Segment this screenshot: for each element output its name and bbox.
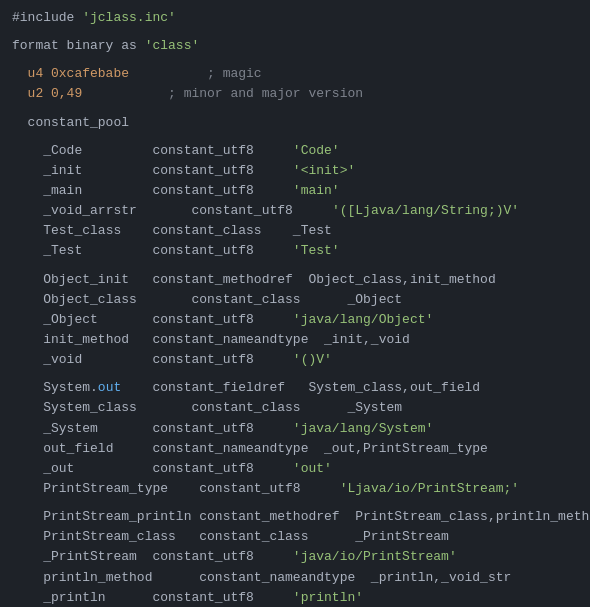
blank-line xyxy=(12,133,578,141)
code-token: 'out' xyxy=(293,459,332,479)
blank-line xyxy=(12,370,578,378)
code-token: _Object constant_utf8 xyxy=(43,310,293,330)
code-line: _Object constant_utf8 'java/lang/Object' xyxy=(12,310,578,330)
code-token: 'Code' xyxy=(293,141,340,161)
code-token: 'main' xyxy=(293,181,340,201)
code-token: constant_pool xyxy=(28,113,129,133)
code-token: 'class' xyxy=(145,36,200,56)
code-line: PrintStream_type constant_utf8 'Ljava/io… xyxy=(12,479,578,499)
code-token: System_class constant_class _System xyxy=(43,398,402,418)
blank-line xyxy=(12,105,578,113)
code-line: Test_class constant_class _Test xyxy=(12,221,578,241)
code-token: println_method constant_nameandtype _pri… xyxy=(43,568,511,588)
code-line: PrintStream_println constant_methodref P… xyxy=(12,507,578,527)
code-line: _Test constant_utf8 'Test' xyxy=(12,241,578,261)
code-line: println_method constant_nameandtype _pri… xyxy=(12,568,578,588)
code-token: 'println' xyxy=(293,588,363,607)
code-token: 'java/lang/Object' xyxy=(293,310,433,330)
code-line: _Code constant_utf8 'Code' xyxy=(12,141,578,161)
code-token: #include xyxy=(12,8,82,28)
code-token: _out constant_utf8 xyxy=(43,459,293,479)
code-line: u2 0,49 ; minor and major version xyxy=(12,84,578,104)
blank-line xyxy=(12,56,578,64)
blank-line xyxy=(12,28,578,36)
code-token: ; magic xyxy=(129,64,262,84)
code-editor: #include 'jclass.inc'format binary as 'c… xyxy=(0,0,590,607)
code-line: Object_init constant_methodref Object_cl… xyxy=(12,270,578,290)
code-line: _init constant_utf8 '<init>' xyxy=(12,161,578,181)
code-token: '()V' xyxy=(293,350,332,370)
code-line: _main constant_utf8 'main' xyxy=(12,181,578,201)
code-token: System. xyxy=(43,378,98,398)
code-line: #include 'jclass.inc' xyxy=(12,8,578,28)
code-line: format binary as 'class' xyxy=(12,36,578,56)
code-line: _System constant_utf8 'java/lang/System' xyxy=(12,419,578,439)
code-line: _out constant_utf8 'out' xyxy=(12,459,578,479)
code-token: _println constant_utf8 xyxy=(43,588,293,607)
code-line: Object_class constant_class _Object xyxy=(12,290,578,310)
code-token: _main constant_utf8 xyxy=(43,181,293,201)
code-token: ; minor and major version xyxy=(82,84,363,104)
code-line: _void_arrstr constant_utf8 '([Ljava/lang… xyxy=(12,201,578,221)
code-token: PrintStream_class constant_class _PrintS… xyxy=(43,527,449,547)
blank-line xyxy=(12,262,578,270)
code-line: out_field constant_nameandtype _out,Prin… xyxy=(12,439,578,459)
code-line: u4 0xcafebabe ; magic xyxy=(12,64,578,84)
code-line: _PrintStream constant_utf8 'java/io/Prin… xyxy=(12,547,578,567)
code-token: PrintStream_println constant_methodref P… xyxy=(43,507,590,527)
code-token: '([Ljava/lang/String;)V' xyxy=(332,201,519,221)
blank-line xyxy=(12,499,578,507)
code-token: format binary as xyxy=(12,36,145,56)
code-token: Object_class constant_class _Object xyxy=(43,290,402,310)
code-token: 'jclass.inc' xyxy=(82,8,176,28)
code-token: '<init>' xyxy=(293,161,355,181)
code-token: out xyxy=(98,378,121,398)
code-token: 'java/lang/System' xyxy=(293,419,433,439)
code-token: u4 0xcafebabe xyxy=(28,64,129,84)
code-token: _Code constant_utf8 xyxy=(43,141,293,161)
code-token: _void_arrstr constant_utf8 xyxy=(43,201,332,221)
code-token: Object_init constant_methodref Object_cl… xyxy=(43,270,495,290)
code-token: constant_fieldref System_class,out_field xyxy=(121,378,480,398)
code-token: init_method constant_nameandtype _init,_… xyxy=(43,330,410,350)
code-token: 'Ljava/io/PrintStream;' xyxy=(340,479,519,499)
code-token: _PrintStream constant_utf8 xyxy=(43,547,293,567)
code-line: constant_pool xyxy=(12,113,578,133)
code-token: 'Test' xyxy=(293,241,340,261)
code-token: PrintStream_type constant_utf8 xyxy=(43,479,339,499)
code-token: u2 0,49 xyxy=(28,84,83,104)
code-line: _println constant_utf8 'println' xyxy=(12,588,578,607)
code-line: PrintStream_class constant_class _PrintS… xyxy=(12,527,578,547)
code-line: System_class constant_class _System xyxy=(12,398,578,418)
code-token: _void constant_utf8 xyxy=(43,350,293,370)
code-line: _void constant_utf8 '()V' xyxy=(12,350,578,370)
code-token: _init constant_utf8 xyxy=(43,161,293,181)
code-token: out_field constant_nameandtype _out,Prin… xyxy=(43,439,488,459)
code-line: init_method constant_nameandtype _init,_… xyxy=(12,330,578,350)
code-line: System.out constant_fieldref System_clas… xyxy=(12,378,578,398)
code-token: _Test constant_utf8 xyxy=(43,241,293,261)
code-token: Test_class constant_class _Test xyxy=(43,221,332,241)
code-token: 'java/io/PrintStream' xyxy=(293,547,457,567)
code-token: _System constant_utf8 xyxy=(43,419,293,439)
